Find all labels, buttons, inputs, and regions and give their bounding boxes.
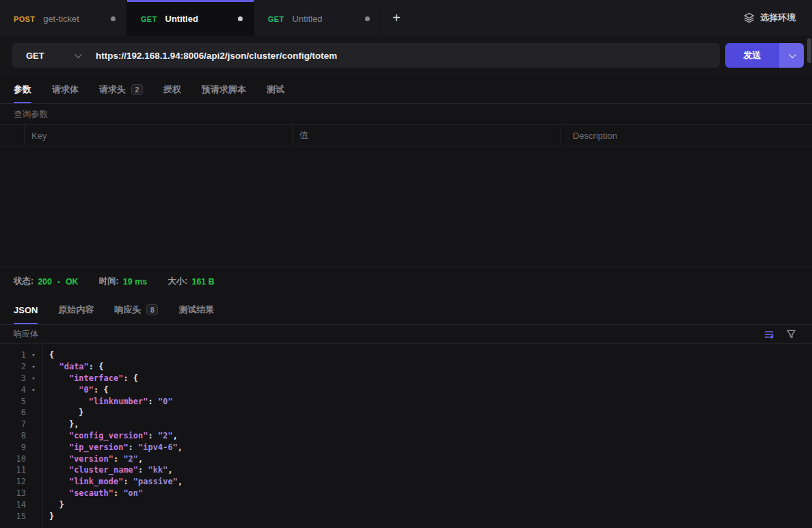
tab-title: Untitled bbox=[293, 14, 360, 24]
token-str: "passive" bbox=[133, 477, 178, 486]
gutter-line: 4▾ bbox=[0, 384, 42, 395]
token-punc: : bbox=[138, 465, 148, 475]
token-punc: : bbox=[123, 477, 133, 486]
unsaved-dot-icon bbox=[238, 16, 243, 21]
token-key: "cluster_name" bbox=[69, 465, 138, 475]
request-tab-untitled-2[interactable]: GET Untitled bbox=[254, 0, 381, 36]
gutter-line: 13 bbox=[0, 488, 42, 499]
token-punc: } bbox=[49, 512, 54, 521]
tab-label: 参数 bbox=[14, 83, 31, 96]
gutter-line: 7 bbox=[0, 419, 42, 430]
gutter-line: 8 bbox=[0, 430, 42, 442]
checkbox-column bbox=[0, 125, 25, 146]
tab-raw[interactable]: 原始内容 bbox=[58, 295, 94, 324]
request-tabs: 参数 请求体 请求头 2 授权 预请求脚本 测试 bbox=[0, 75, 812, 104]
tab-bar: POST get-ticket GET Untitled GET Untitle… bbox=[0, 0, 812, 36]
time-value: 19 ms bbox=[123, 277, 147, 287]
vertical-scrollbar[interactable] bbox=[807, 36, 811, 528]
method-select[interactable]: GET bbox=[12, 51, 96, 61]
request-tab-get-ticket[interactable]: POST get-ticket bbox=[0, 0, 127, 36]
token-punc: : bbox=[113, 454, 123, 464]
send-split-button: 发送 bbox=[725, 43, 804, 68]
response-body-label: 响应体 bbox=[14, 328, 38, 340]
code-line: "secauth": "on" bbox=[49, 488, 812, 499]
token-str: "ipv4-6" bbox=[138, 443, 178, 452]
gutter-line: 14 bbox=[0, 499, 42, 510]
format-code-icon[interactable] bbox=[761, 327, 776, 342]
fold-toggle-icon[interactable]: ▾ bbox=[26, 352, 41, 358]
tab-tests[interactable]: 测试 bbox=[267, 75, 284, 103]
request-tab-untitled-active[interactable]: GET Untitled bbox=[127, 0, 254, 36]
params-table-empty-body[interactable] bbox=[0, 146, 812, 267]
unsaved-dot-icon bbox=[365, 16, 370, 21]
line-number: 6 bbox=[0, 408, 26, 417]
token-key: "ip_version" bbox=[69, 443, 128, 452]
status-label: 状态: bbox=[14, 276, 33, 287]
response-body-json-viewer[interactable]: 1▾2▾3▾4▾56789101112131415 { "data": { "i… bbox=[0, 344, 812, 528]
tab-label: 响应头 bbox=[114, 304, 141, 316]
status-text: OK bbox=[66, 277, 79, 287]
new-tab-button[interactable]: + bbox=[381, 0, 411, 36]
token-key: "link_mode" bbox=[69, 477, 123, 486]
tab-pre-request-script[interactable]: 预请求脚本 bbox=[202, 75, 246, 103]
tab-title: Untitled bbox=[165, 14, 232, 24]
tab-label: 预请求脚本 bbox=[202, 83, 246, 96]
params-table-header: Key 值 Description bbox=[0, 124, 812, 146]
token-key: "0" bbox=[79, 385, 94, 395]
fold-toggle-icon[interactable]: ▾ bbox=[26, 375, 41, 382]
token-punc: : { bbox=[89, 362, 104, 371]
line-number: 12 bbox=[0, 477, 26, 486]
tab-body[interactable]: 请求体 bbox=[52, 75, 79, 103]
tab-label: 请求头 bbox=[99, 83, 126, 96]
gutter-line: 6 bbox=[0, 407, 42, 419]
headers-count-badge: 2 bbox=[131, 84, 143, 95]
code-line: "interface": { bbox=[49, 373, 812, 384]
tab-response-headers[interactable]: 响应头 8 bbox=[114, 295, 158, 324]
token-punc: }, bbox=[69, 419, 79, 429]
column-header-description[interactable]: Description bbox=[560, 125, 812, 146]
tab-params[interactable]: 参数 bbox=[14, 75, 31, 103]
token-punc: , bbox=[138, 454, 143, 464]
code-line: "data": { bbox=[49, 361, 812, 373]
response-status-bar: 状态: 200 • OK 时间: 19 ms 大小: 161 B bbox=[0, 267, 812, 295]
tab-auth[interactable]: 授权 bbox=[163, 75, 181, 103]
environment-selector[interactable]: 选择环境 bbox=[727, 0, 812, 36]
url-input[interactable]: https://192.168.1.94:8006/api2/json/clus… bbox=[96, 51, 337, 61]
token-key: "config_version" bbox=[69, 431, 148, 440]
line-number: 1 bbox=[0, 350, 26, 360]
token-key: "version" bbox=[69, 454, 113, 464]
tab-label: 请求体 bbox=[52, 83, 79, 96]
tab-headers[interactable]: 请求头 2 bbox=[99, 75, 143, 103]
line-number: 9 bbox=[0, 443, 26, 452]
api-client-window: { "topbar": { "tabs": [ { "method": "POS… bbox=[0, 0, 812, 528]
token-punc: } bbox=[59, 500, 64, 510]
tab-json[interactable]: JSON bbox=[14, 295, 38, 324]
chevron-down-icon bbox=[74, 51, 81, 58]
send-options-button[interactable] bbox=[779, 43, 804, 68]
token-key: "interface" bbox=[69, 373, 123, 383]
column-header-key[interactable]: Key bbox=[25, 125, 293, 146]
token-punc: , bbox=[178, 443, 182, 452]
token-punc: { bbox=[49, 350, 54, 360]
token-key: "data" bbox=[59, 362, 88, 371]
query-params-section-label: 查询参数 bbox=[0, 104, 812, 124]
code-line: "link_mode": "passive", bbox=[49, 476, 812, 488]
tab-test-results[interactable]: 测试结果 bbox=[178, 295, 214, 324]
token-punc: } bbox=[79, 408, 83, 417]
code-line: }, bbox=[49, 419, 812, 430]
code-line: } bbox=[49, 499, 812, 510]
response-body-header: 响应体 bbox=[0, 325, 812, 344]
fold-toggle-icon[interactable]: ▾ bbox=[26, 363, 41, 370]
tab-title: get-ticket bbox=[43, 14, 105, 24]
code-line: } bbox=[49, 510, 812, 522]
code-lines: { "data": { "interface": { "0": { "linkn… bbox=[43, 344, 812, 528]
scrollbar-thumb[interactable] bbox=[807, 38, 811, 63]
time-label: 时间: bbox=[99, 276, 119, 287]
size-label: 大小: bbox=[167, 276, 187, 287]
send-button[interactable]: 发送 bbox=[725, 43, 779, 68]
chevron-down-icon bbox=[789, 51, 796, 58]
fold-toggle-icon[interactable]: ▾ bbox=[26, 386, 41, 393]
code-line: "cluster_name": "kk", bbox=[49, 464, 812, 476]
filter-icon[interactable] bbox=[783, 327, 798, 342]
column-header-value[interactable]: 值 bbox=[293, 125, 560, 146]
